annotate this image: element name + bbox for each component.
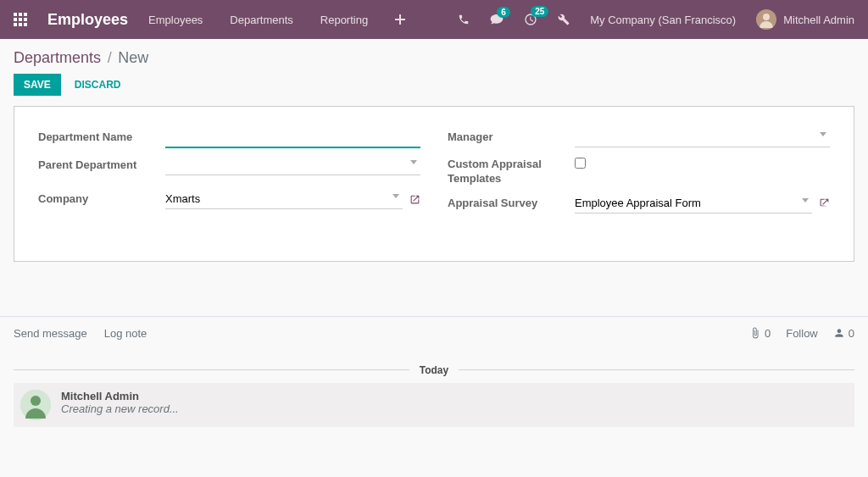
followers-count: 0 xyxy=(849,327,854,340)
send-message-button[interactable]: Send message xyxy=(14,327,87,340)
add-menu-button[interactable] xyxy=(395,14,405,25)
dept-name-input[interactable] xyxy=(165,127,420,148)
breadcrumb-parent[interactable]: Departments xyxy=(14,49,101,66)
company-label: Company xyxy=(38,189,165,205)
messages-badge: 6 xyxy=(497,7,510,18)
user-icon xyxy=(833,327,845,339)
attachments-button[interactable]: 0 xyxy=(749,327,771,340)
form-sheet: Department Name Parent Department Compan… xyxy=(14,106,854,262)
manager-input[interactable] xyxy=(575,127,830,147)
breadcrumb-separator: / xyxy=(108,49,112,66)
phone-icon xyxy=(458,14,470,25)
chatter-date-label: Today xyxy=(409,364,459,376)
messages-button[interactable]: 6 xyxy=(490,14,504,25)
svg-point-1 xyxy=(763,14,770,20)
wrench-icon xyxy=(558,14,570,25)
brand-title[interactable]: Employees xyxy=(47,11,128,29)
phone-button[interactable] xyxy=(458,14,470,25)
avatar-icon xyxy=(20,390,51,420)
avatar xyxy=(756,9,776,30)
company-selector[interactable]: My Company (San Francisco) xyxy=(590,14,736,26)
parent-dept-label: Parent Department xyxy=(38,155,165,171)
message-text: Creating a new record... xyxy=(61,402,179,415)
nav-item-reporting[interactable]: Reporting xyxy=(320,14,368,26)
form-actions: SAVE DISCARD xyxy=(0,74,868,106)
message-avatar xyxy=(20,390,51,420)
appraisal-survey-label: Appraisal Survey xyxy=(448,193,575,209)
breadcrumb-current: New xyxy=(118,49,148,66)
username: Mitchell Admin xyxy=(783,14,854,26)
avatar-icon xyxy=(756,9,776,30)
breadcrumb: Departments / New xyxy=(0,39,868,74)
user-menu[interactable]: Mitchell Admin xyxy=(756,9,854,30)
external-link-icon xyxy=(819,197,830,208)
dept-name-label: Department Name xyxy=(38,127,165,143)
discard-button[interactable]: DISCARD xyxy=(64,74,131,96)
parent-dept-input[interactable] xyxy=(165,155,420,175)
svg-point-3 xyxy=(31,396,41,406)
followers-button[interactable]: 0 xyxy=(833,327,854,340)
appraisal-survey-external-link[interactable] xyxy=(819,197,830,208)
company-input[interactable] xyxy=(165,189,403,209)
nav-menu: Employees Departments Reporting xyxy=(148,14,368,26)
save-button[interactable]: SAVE xyxy=(14,74,61,96)
appraisal-survey-input[interactable] xyxy=(575,193,812,214)
plus-icon xyxy=(395,14,405,25)
follow-button[interactable]: Follow xyxy=(786,327,818,340)
nav-item-departments[interactable]: Departments xyxy=(230,14,292,26)
nav-item-employees[interactable]: Employees xyxy=(148,14,203,26)
custom-appraisal-checkbox[interactable] xyxy=(575,158,586,169)
attachments-count: 0 xyxy=(765,327,771,340)
activities-button[interactable]: 25 xyxy=(524,13,537,26)
company-external-link[interactable] xyxy=(409,194,420,205)
custom-appraisal-label: Custom Appraisal Templates xyxy=(448,154,575,186)
log-note-button[interactable]: Log note xyxy=(104,327,147,340)
external-link-icon xyxy=(409,194,420,205)
chatter-date-separator: Today xyxy=(14,363,854,376)
manager-label: Manager xyxy=(448,127,575,143)
message-author: Mitchell Admin xyxy=(61,390,179,402)
activities-badge: 25 xyxy=(531,6,548,17)
debug-button[interactable] xyxy=(558,14,570,25)
paperclip-icon xyxy=(749,327,761,339)
chatter-message: Mitchell Admin Creating a new record... xyxy=(14,383,854,427)
navbar: Employees Employees Departments Reportin… xyxy=(0,0,868,39)
apps-icon xyxy=(14,13,27,26)
chatter: Send message Log note 0 Follow 0 Today M… xyxy=(0,316,868,427)
apps-menu[interactable] xyxy=(14,13,47,26)
